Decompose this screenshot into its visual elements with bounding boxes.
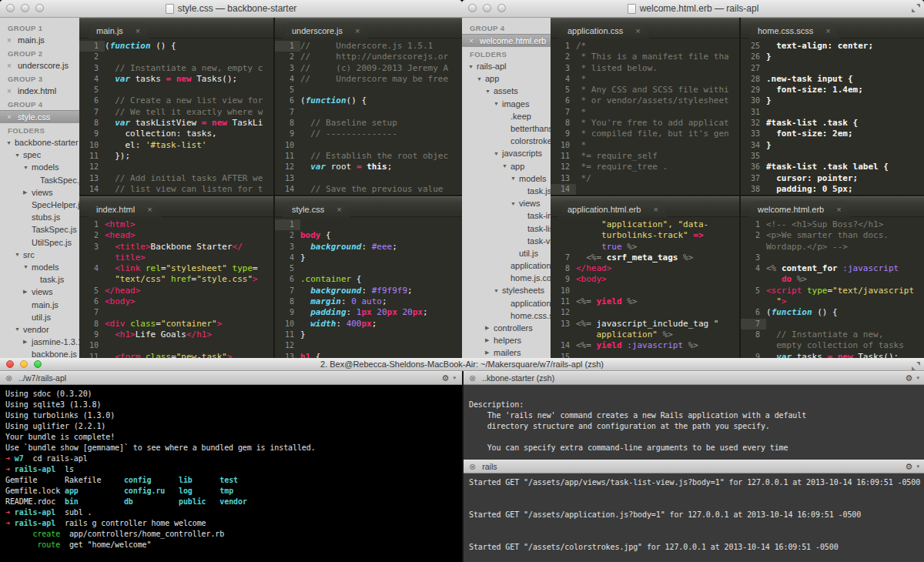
close-file-icon[interactable]: × [7,36,15,45]
tree-item-views[interactable]: ▶views [0,186,79,199]
close-file-icon[interactable]: × [469,37,477,45]
tree-item-spec[interactable]: ▼spec [0,149,79,161]
traffic-lights[interactable] [6,360,42,368]
tree-item-task-vie[interactable]: task-vie [462,235,551,247]
tree-item-colorstrokes[interactable]: colorstrokes. [462,135,551,147]
tree-item-task-inp[interactable]: task-inp [462,209,551,222]
editor-pane-welcome-html-erb[interactable]: welcome.html.erb×1<!-- <h1>Sup Boss?</h1… [739,195,924,360]
tree-item-task-js[interactable]: task.js [462,185,551,197]
terminal-pane-right-bottom[interactable]: ⊗rails⚙▾Started GET "/assets/app/views/t… [462,460,924,562]
dropdown-arrow-icon[interactable]: ▾ [916,463,919,470]
tree-item-models[interactable]: ▼models [0,161,79,173]
terminal-tab-close-icon[interactable]: ⊗ [469,462,476,472]
terminal-titlebar[interactable]: 2. Bex@Rebecca-Sheldons-MacBook-Air: ~/M… [0,358,924,371]
open-file-index-html[interactable]: ×index.html [0,85,79,97]
open-file-main-js[interactable]: ×main.js [0,34,79,46]
tree-item-home-js-coffe[interactable]: home.js.coffe [462,272,551,284]
traffic-lights[interactable] [6,4,44,12]
minimize-window-icon[interactable] [21,4,29,12]
tree-item-vendor[interactable]: ▼vendor [0,323,79,336]
editor-pane-main-js[interactable]: main.js×1(function () {23 // Instantiate… [79,18,273,195]
close-file-icon[interactable]: × [7,62,15,70]
tree-item-backbone-starter[interactable]: ▼backbone-starter [0,136,79,149]
tree-item-src[interactable]: ▼src [0,249,79,261]
editor-pane-home-css-scss[interactable]: home.css.scss×25 text-align: center;26}2… [739,18,924,195]
terminal-pane-left[interactable]: ⊗../w7/rails-apl⚙▾Using sdoc (0.3.20)Usi… [0,371,462,562]
gear-icon[interactable]: ⚙ [442,373,450,383]
tree-item-views[interactable]: ▼views [462,197,551,209]
close-window-icon[interactable] [468,4,477,12]
tree-item-controllers[interactable]: ▶controllers [462,322,551,334]
tree-item-application-c[interactable]: application.c [462,297,551,309]
zoom-window-icon[interactable] [35,4,44,12]
tree-item-images[interactable]: ▼images [462,98,551,110]
tree-item-stubs-js[interactable]: stubs.js [0,211,79,223]
editor-pane-index-html[interactable]: index.html×1<html>2<head>3 <title>Backbo… [79,195,273,360]
editor-pane-underscore-js[interactable]: underscore.js×1// Underscore.js 1.5.12//… [273,18,462,195]
tree-item-helpers[interactable]: ▶helpers [462,334,551,346]
tree-item-assets[interactable]: ▼assets [462,85,551,97]
close-file-icon[interactable]: × [7,113,15,122]
tab-close-icon[interactable]: × [147,205,152,214]
tree-item-taskspec-js[interactable]: TaskSpec.js [0,223,79,236]
tab-application-html-erb[interactable]: application.html.erb× [558,201,668,217]
tab-close-icon[interactable]: × [136,26,140,35]
minimize-window-icon[interactable] [20,360,28,368]
gear-icon[interactable]: ⚙ [906,373,913,383]
tab-close-icon[interactable]: × [355,26,360,35]
resize-corner-icon[interactable] [912,362,920,370]
tree-item-rails-apl[interactable]: ▼rails-apl [462,60,551,72]
tree-item-models[interactable]: ▼models [462,172,551,185]
zoom-window-icon[interactable] [34,360,42,368]
window-titlebar[interactable]: style.css — backbone-starter [0,0,462,18]
editor-pane-application-css[interactable]: application.css×1/*2 * This is a manifes… [551,18,739,195]
tab-close-icon[interactable]: × [336,205,341,214]
tree-item-javascripts[interactable]: ▼javascripts [462,147,551,159]
close-window-icon[interactable] [6,4,15,12]
tab-underscore-js[interactable]: underscore.js× [283,22,369,38]
tab-home-css-scss[interactable]: home.css.scss× [748,22,840,38]
tree-item-stylesheets[interactable]: ▼stylesheets [462,284,551,296]
tree-item-spechelper-js[interactable]: SpecHelper.js [0,199,79,211]
tree-item-keep[interactable]: .keep [462,110,551,122]
dropdown-arrow-icon[interactable]: ▾ [453,375,456,381]
terminal-tab-close-icon[interactable]: ⊗ [5,373,12,383]
close-window-icon[interactable] [6,360,14,368]
tree-item-application-js[interactable]: application.js [462,259,551,272]
close-file-icon[interactable]: × [7,87,15,95]
tree-item-models[interactable]: ▼models [0,261,79,273]
tree-item-app[interactable]: ▼app [462,72,551,85]
tree-item-util-js[interactable]: util.js [0,311,79,323]
tree-item-utilspec-js[interactable]: UtilSpec.js [0,236,79,249]
tree-item-app[interactable]: ▼app [462,160,551,172]
tree-item-views[interactable]: ▶views [0,286,79,298]
tree-item-util-js[interactable]: util.js [462,247,551,259]
tree-item-taskspec-js[interactable]: TaskSpec.js [0,174,79,186]
tree-item-home-css-scs[interactable]: home.css.scs [462,309,551,322]
open-file-underscore-js[interactable]: ×underscore.js [0,59,79,72]
resize-corner-icon[interactable] [912,4,920,12]
tab-application-css[interactable]: application.css× [558,22,650,38]
editor-pane-style-css[interactable]: style.css×12body {3 background: #eee;4}5… [273,195,462,360]
tree-item-main-js[interactable]: main.js [0,298,79,310]
tab-welcome-html-erb[interactable]: welcome.html.erb× [748,201,851,217]
tab-close-icon[interactable]: × [825,26,830,35]
terminal-pane-right-top[interactable]: ⊗..kbone-starter (zsh)⚙▾Description: The… [462,371,924,460]
editor-pane-application-html-erb[interactable]: application.html.erb× "application", "da… [551,195,739,360]
dropdown-arrow-icon[interactable]: ▾ [916,375,919,381]
terminal-tab-close-icon[interactable]: ⊗ [469,373,476,383]
tab-style-css[interactable]: style.css× [283,201,351,217]
tree-item-betterthansw[interactable]: betterthansw [462,122,551,135]
window-titlebar[interactable]: welcome.html.erb — rails-apl [462,0,924,18]
traffic-lights[interactable] [468,4,506,12]
zoom-window-icon[interactable] [497,4,506,12]
tab-close-icon[interactable]: × [635,26,640,35]
tree-item-jasmine-1-3-1[interactable]: ▶jasmine-1.3.1 [0,336,79,348]
tab-close-icon[interactable]: × [653,205,658,214]
tab-main-js[interactable]: main.js× [87,22,149,38]
open-file-welcome-html-erb[interactable]: ×welcome.html.erb [462,34,551,47]
tree-item-task-js[interactable]: task.js [0,273,79,286]
minimize-window-icon[interactable] [483,4,491,12]
tab-index-html[interactable]: index.html× [87,201,162,217]
gear-icon[interactable]: ⚙ [906,462,913,472]
